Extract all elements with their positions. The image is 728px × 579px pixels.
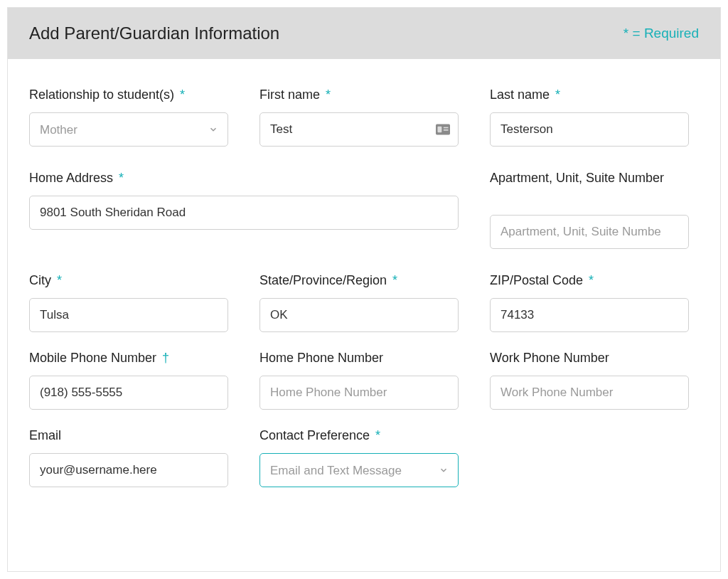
zip-input[interactable] <box>490 298 689 332</box>
work-phone-label-text: Work Phone Number <box>490 351 609 366</box>
form-body: Relationship to student(s) * Mother <box>8 59 720 533</box>
required-mark: * <box>375 428 380 443</box>
field-apartment: Apartment, Unit, Suite Number <box>490 171 689 249</box>
apartment-label-text: Apartment, Unit, Suite Number <box>490 171 664 186</box>
contact-preference-label-text: Contact Preference <box>259 428 370 443</box>
form-header: Add Parent/Guardian Information * = Requ… <box>8 8 720 59</box>
first-name-label: First name * <box>259 87 459 102</box>
required-mark: * <box>555 87 560 102</box>
state-label-text: State/Province/Region <box>259 273 387 288</box>
field-empty <box>490 428 689 487</box>
form-title: Add Parent/Guardian Information <box>29 23 279 43</box>
state-label: State/Province/Region * <box>259 273 459 288</box>
field-state: State/Province/Region * <box>259 273 459 332</box>
field-city: City * <box>29 273 228 332</box>
field-last-name: Last name * <box>490 87 689 147</box>
home-address-input[interactable] <box>29 196 459 230</box>
field-zip: ZIP/Postal Code * <box>490 273 689 332</box>
required-mark: * <box>589 273 594 288</box>
home-phone-input[interactable] <box>259 376 459 410</box>
field-mobile-phone: Mobile Phone Number † <box>29 351 228 410</box>
work-phone-label: Work Phone Number <box>490 351 689 366</box>
field-first-name: First name * <box>259 87 459 147</box>
email-input[interactable] <box>29 453 228 487</box>
mobile-phone-input[interactable] <box>29 376 228 410</box>
required-mark: * <box>326 87 331 102</box>
required-mark: † <box>162 351 169 366</box>
field-home-phone: Home Phone Number <box>259 351 459 410</box>
state-input[interactable] <box>259 298 459 332</box>
mobile-phone-label-text: Mobile Phone Number <box>29 351 156 366</box>
first-name-label-text: First name <box>259 87 320 102</box>
contact-preference-select[interactable]: Email and Text Message <box>259 453 459 487</box>
home-phone-label: Home Phone Number <box>259 351 459 366</box>
contact-preference-label: Contact Preference * <box>259 428 459 443</box>
first-name-input[interactable] <box>259 112 459 147</box>
field-home-address: Home Address * <box>29 171 459 249</box>
last-name-label-text: Last name <box>490 87 550 102</box>
city-input[interactable] <box>29 298 228 332</box>
required-legend: * = Required <box>623 26 699 41</box>
required-mark: * <box>180 87 185 102</box>
form-card: Add Parent/Guardian Information * = Requ… <box>7 7 721 572</box>
field-email: Email <box>29 428 228 487</box>
apartment-label: Apartment, Unit, Suite Number <box>490 171 689 205</box>
required-mark: * <box>57 273 62 288</box>
apartment-input[interactable] <box>490 215 689 249</box>
city-label: City * <box>29 273 228 288</box>
relationship-select[interactable]: Mother <box>29 112 228 147</box>
zip-label: ZIP/Postal Code * <box>490 273 689 288</box>
email-label: Email <box>29 428 228 443</box>
home-address-label-text: Home Address <box>29 171 113 186</box>
city-label-text: City <box>29 273 51 288</box>
field-contact-preference: Contact Preference * Email and Text Mess… <box>259 428 459 487</box>
last-name-input[interactable] <box>490 112 689 147</box>
last-name-label: Last name * <box>490 87 689 102</box>
mobile-phone-label: Mobile Phone Number † <box>29 351 228 366</box>
home-address-label: Home Address * <box>29 171 459 186</box>
relationship-label-text: Relationship to student(s) <box>29 87 174 102</box>
required-mark: * <box>119 171 124 186</box>
required-mark: * <box>392 273 397 288</box>
field-work-phone: Work Phone Number <box>490 351 689 410</box>
work-phone-input[interactable] <box>490 376 689 410</box>
field-relationship: Relationship to student(s) * Mother <box>29 87 228 147</box>
relationship-label: Relationship to student(s) * <box>29 87 228 102</box>
home-phone-label-text: Home Phone Number <box>259 351 383 366</box>
zip-label-text: ZIP/Postal Code <box>490 273 583 288</box>
email-label-text: Email <box>29 428 61 443</box>
